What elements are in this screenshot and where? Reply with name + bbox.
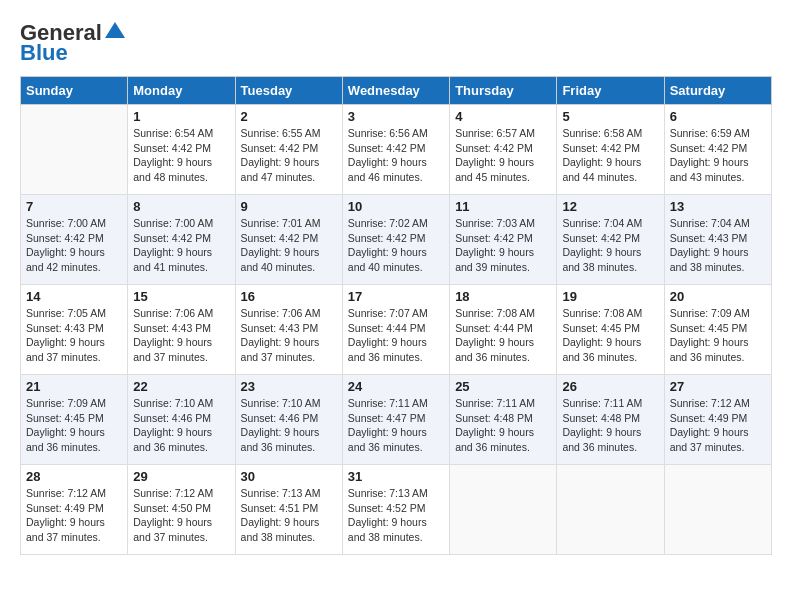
calendar-cell [21, 105, 128, 195]
day-info: Sunrise: 7:10 AMSunset: 4:46 PMDaylight:… [241, 396, 337, 455]
day-info: Sunrise: 7:10 AMSunset: 4:46 PMDaylight:… [133, 396, 229, 455]
day-number: 3 [348, 109, 444, 124]
calendar-cell: 8Sunrise: 7:00 AMSunset: 4:42 PMDaylight… [128, 195, 235, 285]
day-number: 18 [455, 289, 551, 304]
day-number: 17 [348, 289, 444, 304]
day-number: 23 [241, 379, 337, 394]
day-info: Sunrise: 7:12 AMSunset: 4:50 PMDaylight:… [133, 486, 229, 545]
day-info: Sunrise: 7:11 AMSunset: 4:48 PMDaylight:… [455, 396, 551, 455]
calendar-cell: 14Sunrise: 7:05 AMSunset: 4:43 PMDayligh… [21, 285, 128, 375]
day-number: 9 [241, 199, 337, 214]
day-info: Sunrise: 6:56 AMSunset: 4:42 PMDaylight:… [348, 126, 444, 185]
day-info: Sunrise: 7:13 AMSunset: 4:51 PMDaylight:… [241, 486, 337, 545]
day-info: Sunrise: 7:05 AMSunset: 4:43 PMDaylight:… [26, 306, 122, 365]
calendar-cell: 17Sunrise: 7:07 AMSunset: 4:44 PMDayligh… [342, 285, 449, 375]
day-info: Sunrise: 7:06 AMSunset: 4:43 PMDaylight:… [133, 306, 229, 365]
day-info: Sunrise: 7:07 AMSunset: 4:44 PMDaylight:… [348, 306, 444, 365]
day-number: 24 [348, 379, 444, 394]
day-info: Sunrise: 7:00 AMSunset: 4:42 PMDaylight:… [26, 216, 122, 275]
calendar-header-row: SundayMondayTuesdayWednesdayThursdayFrid… [21, 77, 772, 105]
col-header-tuesday: Tuesday [235, 77, 342, 105]
day-info: Sunrise: 7:02 AMSunset: 4:42 PMDaylight:… [348, 216, 444, 275]
col-header-wednesday: Wednesday [342, 77, 449, 105]
col-header-thursday: Thursday [450, 77, 557, 105]
calendar-cell: 18Sunrise: 7:08 AMSunset: 4:44 PMDayligh… [450, 285, 557, 375]
day-number: 29 [133, 469, 229, 484]
calendar-cell: 16Sunrise: 7:06 AMSunset: 4:43 PMDayligh… [235, 285, 342, 375]
day-number: 26 [562, 379, 658, 394]
calendar-cell: 25Sunrise: 7:11 AMSunset: 4:48 PMDayligh… [450, 375, 557, 465]
calendar-cell: 20Sunrise: 7:09 AMSunset: 4:45 PMDayligh… [664, 285, 771, 375]
day-info: Sunrise: 7:08 AMSunset: 4:44 PMDaylight:… [455, 306, 551, 365]
day-number: 16 [241, 289, 337, 304]
page-header: General Blue [20, 20, 772, 66]
col-header-saturday: Saturday [664, 77, 771, 105]
calendar-cell: 22Sunrise: 7:10 AMSunset: 4:46 PMDayligh… [128, 375, 235, 465]
calendar-cell: 11Sunrise: 7:03 AMSunset: 4:42 PMDayligh… [450, 195, 557, 285]
day-info: Sunrise: 7:01 AMSunset: 4:42 PMDaylight:… [241, 216, 337, 275]
day-number: 28 [26, 469, 122, 484]
day-number: 31 [348, 469, 444, 484]
calendar-cell: 31Sunrise: 7:13 AMSunset: 4:52 PMDayligh… [342, 465, 449, 555]
calendar-cell: 3Sunrise: 6:56 AMSunset: 4:42 PMDaylight… [342, 105, 449, 195]
day-info: Sunrise: 7:04 AMSunset: 4:43 PMDaylight:… [670, 216, 766, 275]
calendar-cell: 10Sunrise: 7:02 AMSunset: 4:42 PMDayligh… [342, 195, 449, 285]
day-number: 14 [26, 289, 122, 304]
day-number: 15 [133, 289, 229, 304]
calendar-cell [450, 465, 557, 555]
day-number: 11 [455, 199, 551, 214]
calendar-cell: 7Sunrise: 7:00 AMSunset: 4:42 PMDaylight… [21, 195, 128, 285]
day-number: 13 [670, 199, 766, 214]
calendar-cell: 6Sunrise: 6:59 AMSunset: 4:42 PMDaylight… [664, 105, 771, 195]
calendar-cell: 23Sunrise: 7:10 AMSunset: 4:46 PMDayligh… [235, 375, 342, 465]
logo: General Blue [20, 20, 125, 66]
day-number: 1 [133, 109, 229, 124]
calendar-week-1: 1Sunrise: 6:54 AMSunset: 4:42 PMDaylight… [21, 105, 772, 195]
day-number: 25 [455, 379, 551, 394]
day-number: 27 [670, 379, 766, 394]
calendar-cell: 28Sunrise: 7:12 AMSunset: 4:49 PMDayligh… [21, 465, 128, 555]
calendar-cell: 26Sunrise: 7:11 AMSunset: 4:48 PMDayligh… [557, 375, 664, 465]
day-number: 2 [241, 109, 337, 124]
day-info: Sunrise: 7:09 AMSunset: 4:45 PMDaylight:… [26, 396, 122, 455]
calendar-cell: 15Sunrise: 7:06 AMSunset: 4:43 PMDayligh… [128, 285, 235, 375]
col-header-monday: Monday [128, 77, 235, 105]
calendar-cell: 4Sunrise: 6:57 AMSunset: 4:42 PMDaylight… [450, 105, 557, 195]
calendar-cell: 12Sunrise: 7:04 AMSunset: 4:42 PMDayligh… [557, 195, 664, 285]
calendar-week-4: 21Sunrise: 7:09 AMSunset: 4:45 PMDayligh… [21, 375, 772, 465]
day-info: Sunrise: 6:59 AMSunset: 4:42 PMDaylight:… [670, 126, 766, 185]
day-number: 30 [241, 469, 337, 484]
logo-icon [105, 20, 125, 40]
day-info: Sunrise: 7:03 AMSunset: 4:42 PMDaylight:… [455, 216, 551, 275]
day-number: 10 [348, 199, 444, 214]
calendar-cell: 19Sunrise: 7:08 AMSunset: 4:45 PMDayligh… [557, 285, 664, 375]
calendar-week-3: 14Sunrise: 7:05 AMSunset: 4:43 PMDayligh… [21, 285, 772, 375]
calendar-table: SundayMondayTuesdayWednesdayThursdayFrid… [20, 76, 772, 555]
col-header-friday: Friday [557, 77, 664, 105]
calendar-cell: 2Sunrise: 6:55 AMSunset: 4:42 PMDaylight… [235, 105, 342, 195]
day-info: Sunrise: 6:57 AMSunset: 4:42 PMDaylight:… [455, 126, 551, 185]
calendar-cell: 29Sunrise: 7:12 AMSunset: 4:50 PMDayligh… [128, 465, 235, 555]
day-info: Sunrise: 7:09 AMSunset: 4:45 PMDaylight:… [670, 306, 766, 365]
day-info: Sunrise: 7:04 AMSunset: 4:42 PMDaylight:… [562, 216, 658, 275]
calendar-cell [557, 465, 664, 555]
calendar-cell: 30Sunrise: 7:13 AMSunset: 4:51 PMDayligh… [235, 465, 342, 555]
calendar-week-2: 7Sunrise: 7:00 AMSunset: 4:42 PMDaylight… [21, 195, 772, 285]
day-info: Sunrise: 7:11 AMSunset: 4:47 PMDaylight:… [348, 396, 444, 455]
calendar-cell: 9Sunrise: 7:01 AMSunset: 4:42 PMDaylight… [235, 195, 342, 285]
day-number: 8 [133, 199, 229, 214]
calendar-cell: 5Sunrise: 6:58 AMSunset: 4:42 PMDaylight… [557, 105, 664, 195]
day-number: 4 [455, 109, 551, 124]
day-info: Sunrise: 7:12 AMSunset: 4:49 PMDaylight:… [26, 486, 122, 545]
calendar-cell: 13Sunrise: 7:04 AMSunset: 4:43 PMDayligh… [664, 195, 771, 285]
day-info: Sunrise: 7:11 AMSunset: 4:48 PMDaylight:… [562, 396, 658, 455]
day-info: Sunrise: 7:06 AMSunset: 4:43 PMDaylight:… [241, 306, 337, 365]
day-info: Sunrise: 6:54 AMSunset: 4:42 PMDaylight:… [133, 126, 229, 185]
day-number: 12 [562, 199, 658, 214]
day-number: 6 [670, 109, 766, 124]
col-header-sunday: Sunday [21, 77, 128, 105]
calendar-cell: 21Sunrise: 7:09 AMSunset: 4:45 PMDayligh… [21, 375, 128, 465]
day-number: 20 [670, 289, 766, 304]
calendar-cell: 1Sunrise: 6:54 AMSunset: 4:42 PMDaylight… [128, 105, 235, 195]
day-number: 22 [133, 379, 229, 394]
